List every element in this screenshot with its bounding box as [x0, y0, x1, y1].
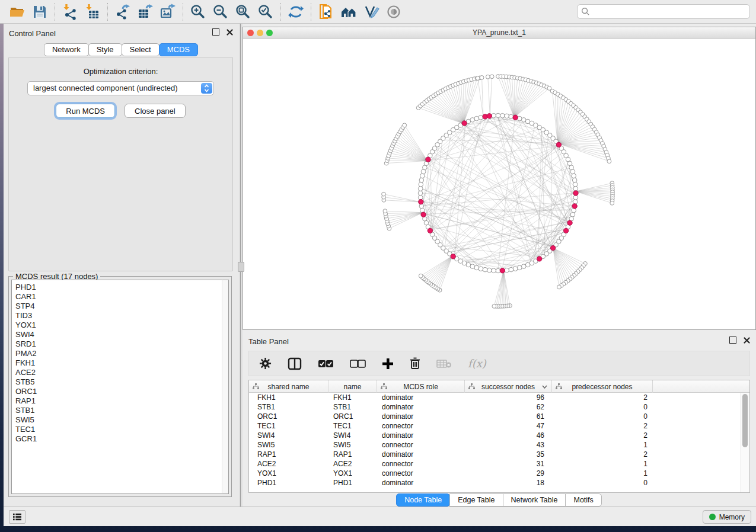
save-session-button[interactable]	[31, 3, 49, 21]
table-row[interactable]: PHD1PHD1dominator180	[249, 478, 741, 488]
cell-name[interactable]: FKH1	[328, 393, 377, 402]
clear-table-button[interactable]	[436, 358, 452, 369]
cell-shared-name[interactable]: TEC1	[249, 421, 328, 431]
zoom-out-button[interactable]	[212, 3, 229, 21]
mcds-result-item[interactable]: ORC1	[15, 387, 228, 396]
show-hide-button[interactable]	[385, 3, 403, 21]
cell-name[interactable]: SWI4	[328, 431, 377, 440]
mcds-result-item[interactable]: STP4	[15, 302, 228, 311]
mcds-result-list[interactable]: PHD1CAR1STP4TID3YOX1SWI4SRD1PMA2FKH1ACE2…	[11, 280, 229, 494]
cell-predecessor-nodes[interactable]: 0	[552, 478, 653, 488]
style-vizmapper-button[interactable]	[362, 3, 380, 21]
table-row[interactable]: ACE2ACE2connector311	[249, 459, 741, 469]
mcds-result-item[interactable]: STB1	[15, 406, 228, 415]
mcds-result-item[interactable]: SWI4	[15, 330, 228, 339]
cell-predecessor-nodes[interactable]: 2	[552, 393, 653, 402]
mcds-result-item[interactable]: RAP1	[15, 396, 228, 406]
cell-name[interactable]: RAP1	[328, 450, 377, 459]
cell-name[interactable]: ACE2	[328, 459, 377, 469]
close-panel-button[interactable]: Close panel	[125, 104, 186, 118]
column-header-name[interactable]: name	[328, 380, 377, 393]
select-all-button[interactable]	[318, 359, 334, 368]
network-view-window[interactable]: YPA_prune.txt_1	[243, 27, 756, 330]
table-options-gear-button[interactable]	[259, 357, 272, 370]
cell-shared-name[interactable]: ORC1	[249, 412, 328, 421]
cell-successor-nodes[interactable]: 35	[465, 450, 552, 459]
cell-successor-nodes[interactable]: 43	[465, 440, 552, 450]
search-box[interactable]	[577, 4, 750, 19]
close-table-panel-icon[interactable]	[744, 337, 750, 344]
tab-edge-table[interactable]: Edge Table	[449, 493, 503, 507]
function-builder-button[interactable]: f(x)	[468, 357, 486, 370]
export-image-button[interactable]	[159, 3, 177, 21]
cell-mcds-role[interactable]: connector	[377, 459, 465, 469]
criterion-dropdown[interactable]: largest connected component (undirected)	[27, 81, 214, 95]
mcds-result-item[interactable]: PHD1	[15, 283, 228, 292]
import-table-button[interactable]	[84, 3, 101, 21]
cell-predecessor-nodes[interactable]: 2	[552, 431, 653, 440]
task-history-button[interactable]	[9, 510, 25, 524]
run-mcds-button[interactable]: Run MCDS	[56, 104, 115, 118]
cell-name[interactable]: YOX1	[328, 469, 377, 478]
cell-shared-name[interactable]: STB1	[249, 402, 328, 412]
refresh-layout-button[interactable]	[287, 3, 305, 21]
cell-name[interactable]: PHD1	[328, 478, 377, 488]
scrollbar-thumb[interactable]	[742, 394, 748, 447]
cell-shared-name[interactable]: ACE2	[249, 459, 328, 469]
open-session-button[interactable]	[8, 3, 26, 21]
cell-shared-name[interactable]: SWI4	[249, 431, 328, 440]
table-row[interactable]: STB1STB1dominator620	[249, 402, 741, 412]
cell-mcds-role[interactable]: dominator	[377, 450, 465, 459]
cell-predecessor-nodes[interactable]: 2	[552, 421, 653, 431]
zoom-fit-button[interactable]	[234, 3, 252, 21]
cell-mcds-role[interactable]: connector	[377, 440, 465, 450]
add-column-button[interactable]	[382, 358, 394, 370]
mcds-result-item[interactable]: GCR1	[15, 434, 228, 444]
cell-predecessor-nodes[interactable]: 1	[552, 469, 653, 478]
show-columns-button[interactable]	[288, 357, 302, 370]
mcds-result-scrollbar[interactable]	[222, 280, 229, 494]
table-row[interactable]: FKH1FKH1dominator962	[249, 393, 741, 402]
cell-successor-nodes[interactable]: 18	[465, 478, 552, 488]
zoom-in-button[interactable]	[189, 3, 207, 21]
table-row[interactable]: SWI5SWI5connector431	[249, 440, 741, 450]
cell-shared-name[interactable]: RAP1	[249, 450, 328, 459]
cell-mcds-role[interactable]: connector	[377, 421, 465, 431]
cell-mcds-role[interactable]: dominator	[377, 478, 465, 488]
zoom-selected-button[interactable]	[257, 3, 275, 21]
mcds-result-item[interactable]: SRD1	[15, 339, 228, 349]
cell-mcds-role[interactable]: dominator	[377, 412, 465, 421]
cell-shared-name[interactable]: SWI5	[249, 440, 328, 450]
tab-network-table[interactable]: Network Table	[503, 493, 566, 507]
mcds-result-item[interactable]: YOX1	[15, 321, 228, 330]
cell-name[interactable]: TEC1	[328, 421, 377, 431]
column-header-successor-nodes[interactable]: successor nodes	[465, 380, 552, 393]
cell-name[interactable]: ORC1	[328, 412, 377, 421]
mcds-result-item[interactable]: TEC1	[15, 425, 228, 434]
share-document-button[interactable]	[317, 3, 335, 21]
delete-column-button[interactable]	[410, 357, 420, 370]
splitter-handle-icon[interactable]	[238, 262, 244, 272]
deselect-all-button[interactable]	[350, 359, 366, 368]
cell-predecessor-nodes[interactable]: 0	[552, 402, 653, 412]
cell-mcds-role[interactable]: connector	[377, 469, 465, 478]
cell-successor-nodes[interactable]: 62	[465, 402, 552, 412]
cell-predecessor-nodes[interactable]: 1	[552, 440, 653, 450]
network-window-titlebar[interactable]: YPA_prune.txt_1	[243, 27, 755, 39]
tab-style[interactable]: Style	[88, 43, 122, 56]
cell-mcds-role[interactable]: dominator	[377, 402, 465, 412]
float-panel-icon[interactable]	[212, 28, 219, 36]
cell-predecessor-nodes[interactable]: 0	[552, 412, 653, 421]
tab-motifs[interactable]: Motifs	[565, 493, 601, 507]
cell-successor-nodes[interactable]: 47	[465, 421, 552, 431]
tab-node-table[interactable]: Node Table	[396, 493, 450, 507]
table-row[interactable]: TEC1TEC1connector472	[249, 421, 741, 431]
tab-select[interactable]: Select	[122, 43, 160, 56]
mcds-result-item[interactable]: FKH1	[15, 358, 228, 368]
search-input[interactable]	[590, 7, 749, 16]
cell-successor-nodes[interactable]: 61	[465, 412, 552, 421]
network-canvas[interactable]	[243, 38, 755, 329]
float-table-panel-icon[interactable]	[729, 336, 736, 344]
cell-successor-nodes[interactable]: 29	[465, 469, 552, 478]
mcds-result-item[interactable]: ACE2	[15, 368, 228, 377]
